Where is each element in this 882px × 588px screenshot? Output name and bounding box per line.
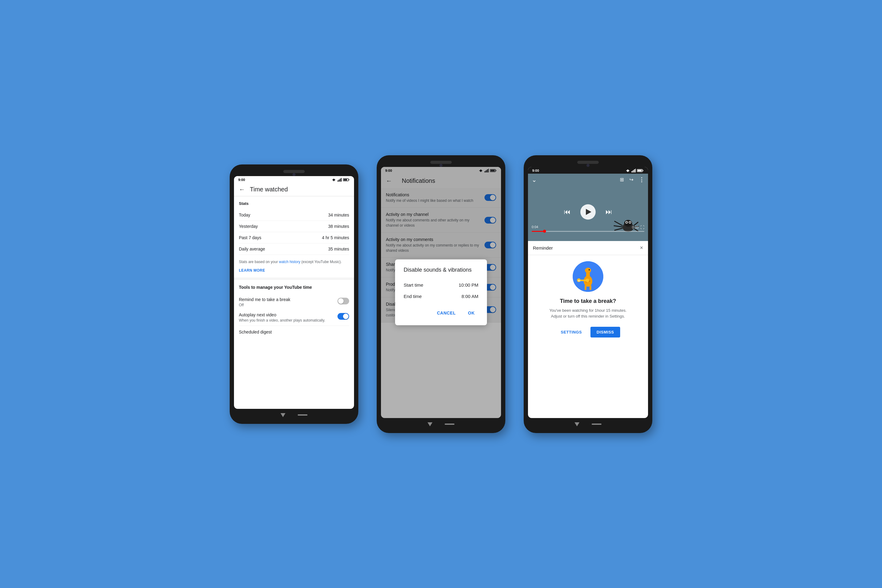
break-reminder-screen: 9:00 ⌄ xyxy=(528,167,648,418)
play-button[interactable] xyxy=(580,204,596,220)
svg-point-28 xyxy=(626,221,627,223)
app-header: ← Time watched xyxy=(234,183,354,196)
svg-rect-23 xyxy=(638,170,642,171)
navigation-bar-3 xyxy=(574,421,602,428)
section-divider xyxy=(234,278,354,280)
disable-sounds-dialog: Disable sounds & vibrations Start time 1… xyxy=(395,260,487,325)
back-nav-icon[interactable] xyxy=(280,413,285,417)
svg-rect-45 xyxy=(590,285,591,290)
svg-rect-20 xyxy=(635,169,636,172)
notifications-screen: 9:00 ← Notifications xyxy=(381,167,501,418)
video-player[interactable]: ⌄ ⊞ ↪ ⋮ xyxy=(528,174,648,241)
skip-next-icon[interactable]: ⏭ xyxy=(606,208,612,216)
svg-point-48 xyxy=(585,278,589,282)
time-watched-screen: 9:00 ← Time watched xyxy=(234,176,354,409)
phone-camera-3 xyxy=(586,164,590,167)
watch-history-link[interactable]: watch history xyxy=(279,260,300,264)
tools-title: Tools to manage your YouTube time xyxy=(239,285,349,290)
svg-marker-0 xyxy=(332,178,336,181)
svg-point-40 xyxy=(589,269,590,270)
wifi-icon-3 xyxy=(626,169,630,172)
back-nav-icon-2[interactable] xyxy=(428,422,432,426)
home-nav-icon-3[interactable] xyxy=(592,423,602,425)
reminder-desc: You've been watching for 1hour 15 minute… xyxy=(545,308,631,320)
dialog-title: Disable sounds & vibrations xyxy=(404,267,478,273)
stats-info: Stats are based on your watch history (e… xyxy=(239,259,349,265)
stat-yesterday: Yesterday 38 minutes xyxy=(239,221,349,232)
daily-avg-value: 35 minutes xyxy=(328,246,349,251)
stat-7days: Past 7 days 4 hr 5 minutes xyxy=(239,232,349,243)
reminder-actions: SETTINGS DISMISS xyxy=(556,327,620,338)
stat-today: Today 34 minutes xyxy=(239,210,349,221)
dialog-start-row: Start time 10:00 PM xyxy=(404,279,478,291)
reminder-header: Reminder × xyxy=(528,241,648,255)
phone-break-reminder: 9:00 ⌄ xyxy=(524,155,652,433)
scheduled-digest-item[interactable]: Scheduled digest xyxy=(239,326,349,338)
dialog-end-row: End time 8:00 AM xyxy=(404,291,478,302)
fullscreen-icon[interactable]: ⛶ xyxy=(640,225,644,230)
svg-rect-7 xyxy=(344,179,347,180)
back-nav-icon-3[interactable] xyxy=(574,422,579,426)
phone-notch-3 xyxy=(577,161,599,164)
reminder-title: Reminder xyxy=(533,245,553,250)
svg-rect-4 xyxy=(341,178,342,182)
svg-rect-44 xyxy=(585,285,586,290)
today-value: 34 minutes xyxy=(328,213,349,218)
svg-rect-17 xyxy=(632,171,632,172)
tools-section: Tools to manage your YouTube time Remind… xyxy=(234,280,354,343)
close-button[interactable]: × xyxy=(640,245,643,251)
progress-bar[interactable] xyxy=(532,231,644,232)
dismiss-button[interactable]: DISMISS xyxy=(591,327,620,338)
autoplay-toggle[interactable] xyxy=(338,313,349,320)
reminder-heading: Time to take a break? xyxy=(560,298,616,304)
status-time-3: 9:00 xyxy=(532,169,539,172)
home-nav-icon-2[interactable] xyxy=(445,423,454,425)
navigation-bar-2 xyxy=(428,421,454,428)
status-time: 9:00 xyxy=(238,178,245,182)
video-total-time: 0:33 xyxy=(632,225,639,229)
yesterday-value: 38 minutes xyxy=(328,224,349,229)
settings-button[interactable]: SETTINGS xyxy=(556,327,587,338)
signal-icon-3 xyxy=(632,169,636,172)
7days-label: Past 7 days xyxy=(239,235,261,240)
bottom-spacer xyxy=(528,344,648,368)
video-progress: 0:04 0:33 ⛶ xyxy=(528,225,648,232)
phone-notifications: 9:00 ← Notifications xyxy=(376,155,506,433)
video-current-time: 0:04 xyxy=(532,225,538,230)
remind-break-status: Off xyxy=(239,303,334,308)
back-button[interactable]: ← xyxy=(239,186,245,193)
break-illustration: 60 xyxy=(573,261,603,292)
status-icons xyxy=(332,178,350,182)
today-label: Today xyxy=(239,213,250,218)
page-title: Time watched xyxy=(250,186,288,193)
play-triangle xyxy=(586,209,591,215)
yesterday-label: Yesterday xyxy=(239,224,258,229)
battery-icon-3 xyxy=(637,169,644,172)
remind-break-toggle[interactable] xyxy=(338,298,349,304)
end-time-value[interactable]: 8:00 AM xyxy=(462,294,478,299)
svg-rect-19 xyxy=(634,170,635,172)
learn-more-link[interactable]: LEARN MORE xyxy=(239,268,349,273)
phone-camera-2 xyxy=(440,164,442,167)
home-nav-icon[interactable] xyxy=(298,414,308,416)
skip-previous-icon[interactable]: ⏮ xyxy=(564,208,570,216)
phone-notch-2 xyxy=(430,161,452,164)
svg-rect-1 xyxy=(338,180,338,182)
svg-rect-2 xyxy=(339,180,340,182)
svg-text:60: 60 xyxy=(578,280,580,282)
ok-button[interactable]: OK xyxy=(464,308,478,318)
remind-break-title: Remind me to take a break xyxy=(239,297,334,302)
svg-rect-6 xyxy=(349,179,350,180)
svg-point-39 xyxy=(585,268,591,273)
navigation-bar xyxy=(280,412,308,418)
dialog-buttons: CANCEL OK xyxy=(404,308,478,318)
phone-camera xyxy=(292,173,296,176)
stat-daily-avg: Daily average 35 minutes xyxy=(239,243,349,255)
autoplay-desc: When you finish a video, another plays a… xyxy=(239,318,334,323)
autoplay-info: Autoplay next video When you finish a vi… xyxy=(239,312,334,323)
cancel-button[interactable]: CANCEL xyxy=(434,308,459,318)
start-time-label: Start time xyxy=(404,282,423,288)
start-time-value[interactable]: 10:00 PM xyxy=(459,282,478,288)
remind-break-row: Remind me to take a break Off xyxy=(239,295,349,310)
wifi-icon xyxy=(332,178,336,182)
